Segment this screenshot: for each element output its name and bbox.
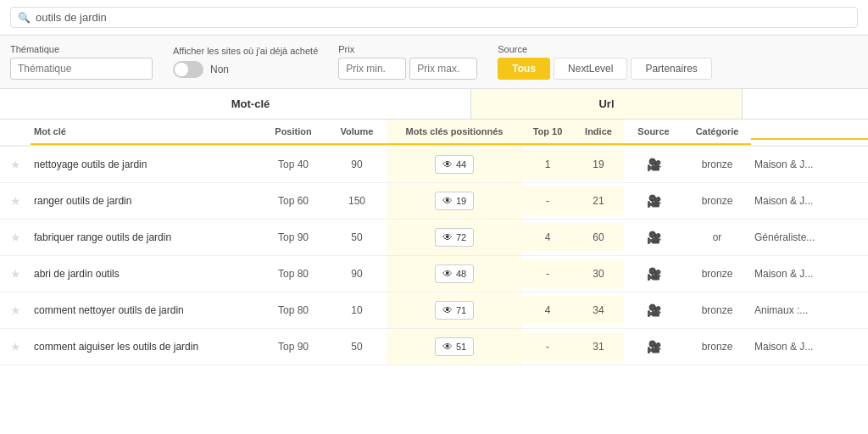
star-empty-icon: ★ <box>10 340 21 353</box>
eye-count: 44 <box>456 159 466 170</box>
eye-count: 71 <box>456 305 466 315</box>
prix-min-input[interactable] <box>338 58 406 80</box>
indice-cell: 30 <box>573 259 624 288</box>
position-cell: Top 80 <box>259 259 327 288</box>
keyword-cell: comment aiguiser les outils de jardin <box>31 332 259 361</box>
top10-cell: - <box>522 186 573 215</box>
eye-count: 72 <box>456 232 466 242</box>
star-empty-icon: ★ <box>10 303 21 317</box>
eye-badge-button[interactable]: 👁 72 <box>435 228 474 247</box>
eye-count: 48 <box>456 269 466 279</box>
star-toggle[interactable]: ★ <box>0 158 31 171</box>
keyword-cell: abri de jardin outils <box>31 259 259 288</box>
badge-cell: bronze <box>683 150 751 179</box>
search-icon: 🔍 <box>18 12 31 24</box>
eye-badge-button[interactable]: 👁 51 <box>435 337 474 356</box>
group-url: Url <box>471 89 743 119</box>
star-toggle[interactable]: ★ <box>0 267 31 281</box>
table-row: ★ comment aiguiser les outils de jardin … <box>0 329 868 365</box>
thematique-label: Thématique <box>10 44 153 54</box>
categorie-cell: Maison & J... <box>751 186 868 215</box>
volume-cell: 150 <box>327 186 387 215</box>
th-position: Position <box>259 120 327 145</box>
star-empty-icon: ★ <box>10 158 21 171</box>
top10-cell: 4 <box>522 223 573 252</box>
prix-max-input[interactable] <box>409 58 477 80</box>
eye-badge-button[interactable]: 👁 48 <box>435 264 474 283</box>
table-row: ★ abri de jardin outils Top 80 90 👁 48 -… <box>0 256 868 292</box>
volume-cell: 90 <box>327 150 387 179</box>
search-input-wrap: 🔍 <box>10 7 858 28</box>
source-tous-button[interactable]: Tous <box>498 58 550 80</box>
toggle-wrap: Non <box>173 61 318 78</box>
table-row: ★ nettoyage outils de jardin Top 40 90 👁… <box>0 147 868 183</box>
top10-cell: - <box>522 259 573 288</box>
source-partenaires-button[interactable]: Partenaires <box>631 58 711 80</box>
table-row: ★ fabriquer range outils de jardin Top 9… <box>0 220 868 256</box>
eye-badge-button[interactable]: 👁 44 <box>435 155 474 174</box>
mots-cles-cell: 👁 51 <box>387 329 522 364</box>
source-cell: 🎥 <box>624 149 683 180</box>
keyword-cell: comment nettoyer outils de jardin <box>31 296 259 325</box>
indice-cell: 21 <box>573 186 624 215</box>
categorie-cell: Généraliste... <box>751 223 868 252</box>
filters-row: Thématique Afficher les sites où j'ai dé… <box>0 36 868 89</box>
table-row: ★ comment nettoyer outils de jardin Top … <box>0 292 868 329</box>
source-cell: 🎥 <box>624 259 683 289</box>
indice-cell: 31 <box>573 332 624 361</box>
indice-cell: 34 <box>573 296 624 325</box>
table-rows: ★ nettoyage outils de jardin Top 40 90 👁… <box>0 147 868 365</box>
indice-cell: 19 <box>573 150 624 179</box>
top10-cell: 4 <box>522 296 573 325</box>
mots-cles-cell: 👁 48 <box>387 256 522 292</box>
volume-cell: 10 <box>327 296 387 325</box>
source-cell: 🎥 <box>624 331 683 362</box>
camera-icon: 🎥 <box>647 231 661 244</box>
categorie-cell: Animaux :... <box>751 296 868 325</box>
th-volume: Volume <box>327 120 387 145</box>
thematique-filter: Thématique <box>10 44 153 80</box>
top10-cell: - <box>522 332 573 361</box>
prix-label: Prix <box>338 44 477 54</box>
th-top10: Top 10 <box>522 120 573 145</box>
th-indice: Indice <box>573 120 624 145</box>
star-toggle[interactable]: ★ <box>0 231 31 244</box>
star-toggle[interactable]: ★ <box>0 194 31 208</box>
toggle-switch[interactable] <box>173 61 203 78</box>
position-cell: Top 90 <box>259 332 327 361</box>
keyword-cell: nettoyage outils de jardin <box>31 150 259 179</box>
eye-icon: 👁 <box>442 304 453 316</box>
categorie-cell: Maison & J... <box>751 332 868 361</box>
source-cell: 🎥 <box>624 186 683 216</box>
search-bar: 🔍 <box>0 0 868 36</box>
volume-cell: 50 <box>327 332 387 361</box>
eye-count: 19 <box>456 196 466 206</box>
position-cell: Top 60 <box>259 186 327 215</box>
badge-cell: bronze <box>683 186 751 215</box>
th-source: Source <box>624 120 683 145</box>
table-group-headers: Mot-clé Url <box>0 89 868 120</box>
eye-icon: 👁 <box>442 195 453 207</box>
source-nextlevel-button[interactable]: NextLevel <box>554 58 627 80</box>
badge-cell: bronze <box>683 296 751 325</box>
group-keyword: Mot-clé <box>31 89 471 119</box>
eye-badge-button[interactable]: 👁 71 <box>435 301 474 320</box>
source-label: Source <box>498 44 712 54</box>
star-empty-icon: ★ <box>10 267 21 281</box>
th-keyword: Mot clé <box>31 120 259 145</box>
search-input[interactable] <box>36 11 850 24</box>
volume-cell: 90 <box>327 259 387 288</box>
table-row: ★ ranger outils de jardin Top 60 150 👁 1… <box>0 183 868 220</box>
position-cell: Top 40 <box>259 150 327 179</box>
eye-icon: 👁 <box>442 231 453 243</box>
badge-cell: or <box>683 223 751 252</box>
thematique-input[interactable] <box>10 58 153 80</box>
star-toggle[interactable]: ★ <box>0 340 31 353</box>
camera-icon: 🎥 <box>647 158 661 171</box>
source-buttons: Tous NextLevel Partenaires <box>498 58 712 80</box>
toggle-filter: Afficher les sites où j'ai déjà acheté N… <box>173 46 318 78</box>
table-area: Mot-clé Url Mot clé Position Volume Mots… <box>0 89 868 365</box>
star-toggle[interactable]: ★ <box>0 303 31 317</box>
eye-icon: 👁 <box>442 341 453 353</box>
eye-badge-button[interactable]: 👁 19 <box>435 192 474 210</box>
